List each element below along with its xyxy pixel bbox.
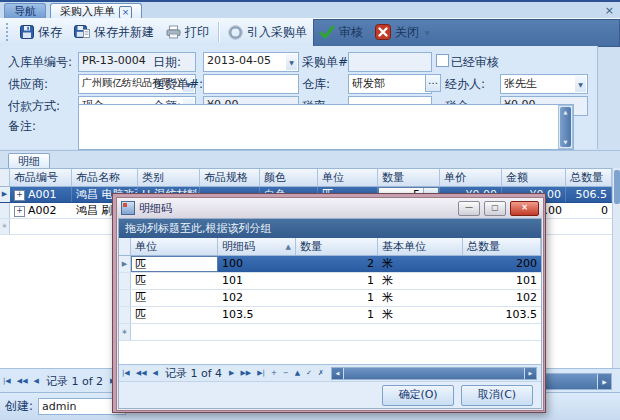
expand-icon[interactable]: + [14, 190, 25, 201]
date-combo[interactable]: 2013-04-05▼ [203, 52, 299, 72]
nav-prev-page-icon[interactable]: ◀◀ [136, 369, 147, 377]
remark-label: 备注: [8, 118, 36, 135]
save-label: 保存 [38, 24, 62, 41]
nav-prev-icon[interactable]: ◀ [153, 369, 158, 377]
col-detail-code[interactable]: 明细码▲ [218, 238, 296, 255]
date-dropdown-icon[interactable]: ▼ [286, 54, 297, 70]
nav-prev-icon[interactable]: ◀ [34, 377, 39, 385]
save-and-new-icon [74, 25, 90, 39]
dialog-maximize-button[interactable]: ▢ [484, 201, 506, 216]
tabstrip-close-icon[interactable]: × [605, 5, 614, 16]
group-by-panel[interactable]: 拖动列标题至此,根据该列分组 [119, 219, 541, 238]
col-qty[interactable]: 数量 [378, 169, 440, 186]
supplier-label: 供应商: [8, 76, 48, 93]
nav-next-page-icon[interactable]: ▶▶ [240, 369, 251, 377]
dialog-button-row: 确定(O) 取消(C) [119, 381, 541, 408]
col-base-unit[interactable]: 基本单位 [378, 238, 463, 255]
audited-checkbox[interactable] [436, 54, 449, 67]
po-no-field[interactable] [348, 52, 432, 72]
remark-scrollbar[interactable]: ▲▼ [558, 105, 573, 149]
handler-combo[interactable]: 张先生▼ [500, 74, 588, 94]
new-row[interactable]: ∗ [119, 324, 541, 341]
import-purchase-order-button[interactable]: 引入采购单 [222, 21, 313, 44]
nav-last-icon[interactable]: ▶| [257, 369, 265, 377]
close-red-icon [375, 24, 391, 40]
warehouse-browse-button[interactable]: … [425, 74, 441, 92]
creator-label: 创建: [5, 398, 33, 415]
detail-code-dialog: 明细码 — ▢ × 拖动列标题至此,根据该列分组 单位 明细码▲ 数量 基本单位… [112, 193, 546, 413]
dialog-app-icon [121, 201, 135, 215]
dialog-grid-header: 单位 明细码▲ 数量 基本单位 总数量 [119, 238, 541, 256]
dialog-titlebar[interactable]: 明细码 — ▢ × [117, 198, 543, 218]
col-total-qty[interactable]: 总数量 [463, 238, 541, 255]
nav-cancel-icon[interactable]: ✗ [318, 369, 324, 377]
col-color[interactable]: 颜色 [260, 169, 318, 186]
nav-commit-icon[interactable]: ✓ [306, 369, 312, 377]
unit-editor-cell[interactable]: 匹 [131, 256, 218, 272]
scroll-left-icon[interactable]: ◀ [332, 368, 343, 379]
save-and-new-button[interactable]: 保存并新建 [68, 21, 160, 44]
scroll-down-icon[interactable]: ▼ [564, 139, 568, 145]
dialog-minimize-button[interactable]: — [458, 201, 480, 216]
nav-edit-icon[interactable]: ▲ [295, 369, 300, 377]
list-item[interactable]: 匹 101 1 米 101 [119, 273, 541, 290]
dialog-horizontal-scrollbar[interactable]: ◀ ▶ [331, 367, 537, 380]
nav-delete-icon[interactable]: − [283, 369, 289, 377]
list-item[interactable]: 匹 103.5 1 米 103.5 [119, 307, 541, 324]
audit-button[interactable]: 审核 [313, 21, 369, 44]
record-count: 记录 1 of 2 [46, 374, 103, 389]
new-row-icon: ∗ [0, 219, 10, 234]
order-no-label: 入库单编号: [8, 54, 72, 71]
scroll-up-icon[interactable]: ▲ [564, 109, 568, 115]
save-icon [20, 25, 34, 39]
date-label: 日期: [153, 54, 181, 71]
toolbar-separator [218, 22, 219, 42]
col-fabric-no[interactable]: 布品编号 [10, 169, 72, 186]
dialog-close-button[interactable]: × [510, 201, 539, 216]
col-unit[interactable]: 单位 [318, 169, 378, 186]
toolbar-grip[interactable] [6, 23, 11, 41]
nav-first-icon[interactable]: |◀ [122, 369, 130, 377]
ok-button[interactable]: 确定(O) [382, 385, 454, 406]
payment-label: 付款方式: [8, 98, 60, 115]
print-icon [166, 25, 181, 39]
handler-label: 经办人: [445, 76, 485, 93]
col-category[interactable]: 类别 [138, 169, 200, 186]
col-total-qty[interactable]: 总数量 [566, 169, 612, 186]
close-button[interactable]: 关闭 ▼ [369, 21, 436, 44]
close-dropdown-caret-icon[interactable]: ▼ [425, 29, 430, 36]
po-no-label: 采购单#: [302, 54, 352, 71]
main-toolbar: 保存 保存并新建 打印 引入采购单 审核 关闭 ▼ [0, 18, 620, 47]
nav-next-icon[interactable]: ▶ [229, 369, 234, 377]
col-price[interactable]: 单价 [440, 169, 502, 186]
remark-textarea[interactable]: ▲▼ [78, 104, 574, 150]
col-amount[interactable]: 金额 [502, 169, 566, 186]
col-fabric-name[interactable]: 布品名称 [72, 169, 138, 186]
warehouse-field[interactable]: 研发部 [348, 74, 432, 94]
nav-prev-page-icon[interactable]: ◀◀ [17, 377, 28, 385]
cancel-button[interactable]: 取消(C) [461, 385, 533, 406]
warehouse-label: 仓库: [302, 76, 330, 93]
save-and-new-label: 保存并新建 [94, 24, 154, 41]
expand-icon[interactable]: + [14, 206, 25, 217]
header-form: 入库单编号: PR-13-0004 日期: 2013-04-05▼ 采购单#: … [0, 46, 598, 149]
scroll-right-icon[interactable]: ▶ [525, 368, 536, 379]
row-indicator-icon: ▶ [0, 187, 10, 202]
col-qty[interactable]: 数量 [296, 238, 378, 255]
dialog-record-navigator: |◀ ◀◀ ◀ 记录 1 of 4 ▶ ▶▶ ▶| + − ▲ ✓ ✗ ◀ ▶ [119, 364, 541, 381]
list-item[interactable]: ▶ 匹 100 2 米 200 [119, 256, 541, 273]
print-button[interactable]: 打印 [160, 21, 215, 44]
row-indicator-icon: ▶ [119, 256, 131, 272]
save-button[interactable]: 保存 [14, 21, 68, 44]
scroll-right-icon[interactable]: ▶ [598, 374, 611, 389]
grid-vertical-scrollbar[interactable] [612, 168, 620, 368]
handler-dropdown-icon[interactable]: ▼ [575, 76, 586, 92]
detail-tab[interactable]: 明细 [8, 153, 50, 169]
tab-close-icon[interactable]: × [119, 6, 132, 19]
list-item[interactable]: 匹 102 1 米 102 [119, 290, 541, 307]
nav-append-icon[interactable]: + [271, 369, 277, 377]
delivery-no-field[interactable] [203, 74, 299, 94]
col-unit[interactable]: 单位 [131, 238, 218, 255]
nav-first-icon[interactable]: |◀ [3, 377, 11, 385]
col-spec[interactable]: 布品规格 [200, 169, 260, 186]
